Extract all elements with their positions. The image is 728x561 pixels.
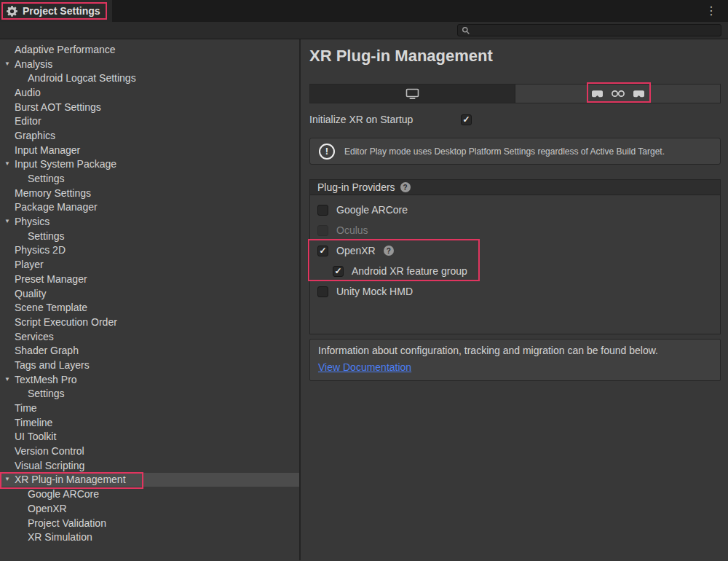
foldout-open-icon[interactable]: ▼ <box>4 60 10 66</box>
provider-row-unity-mock-hmd: Unity Mock HMD <box>310 281 720 302</box>
provider-label: OpenXR <box>336 245 376 256</box>
sidebar-item-label: Settings <box>28 173 65 184</box>
project-settings-window: Project Settings ⋮ Adaptive Performance▼… <box>0 0 728 561</box>
foldout-open-icon[interactable]: ▼ <box>4 161 10 167</box>
documentation-info-text: Information about configuration, trackin… <box>318 345 712 356</box>
sidebar-item-package-manager[interactable]: Package Manager <box>0 200 299 215</box>
sidebar-item-label: Settings <box>28 230 65 242</box>
sidebar-item-adaptive-performance[interactable]: Adaptive Performance <box>0 42 299 57</box>
sidebar-item-xr-simulation[interactable]: XR Simulation <box>0 530 299 544</box>
search-box[interactable] <box>457 24 721 36</box>
tab-android-xr-platform[interactable] <box>515 85 720 103</box>
foldout-open-icon[interactable]: ▼ <box>4 476 10 482</box>
provider-list: Google ARCoreOculus✓OpenXR?✓Android XR f… <box>310 195 720 334</box>
sidebar-item-label: Graphics <box>15 130 55 141</box>
documentation-helpbox: Information about configuration, trackin… <box>309 339 721 381</box>
sidebar-item-quality[interactable]: Quality <box>0 286 299 301</box>
view-documentation-link[interactable]: View Documentation <box>318 361 411 373</box>
sidebar-item-label: Audio <box>15 87 41 98</box>
search-input[interactable] <box>474 25 717 36</box>
sidebar-item-memory-settings[interactable]: Memory Settings <box>0 186 299 200</box>
help-icon[interactable]: ? <box>400 182 411 192</box>
initialize-xr-checkbox[interactable]: ✓ <box>461 114 472 125</box>
sidebar-item-input-manager[interactable]: Input Manager <box>0 143 299 157</box>
provider-label: Android XR feature group <box>352 265 467 277</box>
sidebar-item-label: Visual Scripting <box>15 460 84 471</box>
xr-glasses-icon <box>611 89 625 98</box>
page-title: XR Plug-in Management <box>309 47 721 66</box>
sidebar-item-label: Adaptive Performance <box>15 44 116 55</box>
sidebar-item-openxr[interactable]: OpenXR <box>0 501 299 516</box>
sidebar-item-textmesh-pro[interactable]: ▼TextMesh Pro <box>0 372 299 387</box>
kebab-menu-icon[interactable]: ⋮ <box>703 5 719 17</box>
provider-row-openxr: ✓OpenXR? <box>310 240 720 261</box>
sidebar-item-physics[interactable]: ▼Physics <box>0 214 299 229</box>
sidebar-item-graphics[interactable]: Graphics <box>0 128 299 143</box>
sidebar-item-label: Shader Graph <box>15 345 79 356</box>
sidebar-item-ui-toolkit[interactable]: UI Toolkit <box>0 430 299 444</box>
sidebar-item-label: Input Manager <box>15 144 80 156</box>
sidebar-item-label: Version Control <box>15 445 84 457</box>
tab-desktop-platform[interactable] <box>310 85 515 103</box>
vr-headset-icon <box>591 90 604 98</box>
sidebar-item-timeline[interactable]: Timeline <box>0 415 299 430</box>
sidebar-item-label: Input System Package <box>15 158 116 170</box>
sidebar-item-label: Script Execution Order <box>15 316 117 328</box>
sidebar-item-time[interactable]: Time <box>0 401 299 415</box>
sidebar-item-script-execution-order[interactable]: Script Execution Order <box>0 315 299 329</box>
provider-label: Oculus <box>336 224 368 236</box>
foldout-open-icon[interactable]: ▼ <box>4 376 10 382</box>
sidebar-item-label: Tags and Layers <box>15 359 90 371</box>
sidebar-item-preset-manager[interactable]: Preset Manager <box>0 272 299 286</box>
sidebar-item-burst-aot-settings[interactable]: Burst AOT Settings <box>0 100 299 114</box>
sidebar-item-input-system-package[interactable]: ▼Input System Package <box>0 157 299 172</box>
project-settings-tab[interactable]: Project Settings <box>0 0 112 22</box>
plugin-providers-header: Plug-in Providers ? <box>310 180 720 195</box>
foldout-open-icon[interactable]: ▼ <box>4 219 10 224</box>
sidebar-item-scene-template[interactable]: Scene Template <box>0 300 299 315</box>
openxr-checkbox[interactable]: ✓ <box>317 246 328 256</box>
sidebar-item-label: Burst AOT Settings <box>15 101 101 113</box>
sidebar-item-label: TextMesh Pro <box>15 374 77 385</box>
initialize-xr-label: Initialize XR on Startup <box>309 114 461 125</box>
unity-mock-hmd-checkbox[interactable] <box>317 286 328 297</box>
sidebar-item-settings[interactable]: Settings <box>0 229 299 243</box>
sidebar-item-version-control[interactable]: Version Control <box>0 444 299 458</box>
sidebar-item-shader-graph[interactable]: Shader Graph <box>0 343 299 358</box>
sidebar-item-services[interactable]: Services <box>0 329 299 344</box>
sidebar-item-label: Time <box>15 402 37 414</box>
sidebar-item-settings[interactable]: Settings <box>0 171 299 186</box>
sidebar-item-player[interactable]: Player <box>0 257 299 272</box>
sidebar-item-label: Physics 2D <box>15 244 66 256</box>
sidebar-item-android-logcat-settings[interactable]: Android Logcat Settings <box>0 71 299 85</box>
sidebar-item-label: Scene Template <box>15 302 87 313</box>
sidebar-item-label: Google ARCore <box>28 488 99 500</box>
gear-icon <box>7 6 17 17</box>
sidebar-item-google-arcore[interactable]: Google ARCore <box>0 487 299 501</box>
sidebar-item-physics-2d[interactable]: Physics 2D <box>0 243 299 258</box>
sidebar-item-label: Quality <box>15 288 47 299</box>
sidebar-item-visual-scripting[interactable]: Visual Scripting <box>0 458 299 473</box>
sidebar-item-settings[interactable]: Settings <box>0 387 299 401</box>
sidebar-item-label: Settings <box>28 388 65 399</box>
sidebar-item-xr-plug-in-management[interactable]: ▼XR Plug-in Management <box>0 473 299 487</box>
sidebar-item-label: Services <box>15 331 54 342</box>
plugin-providers-section: Plug-in Providers ? Google ARCoreOculus✓… <box>309 179 721 334</box>
sidebar-item-analysis[interactable]: ▼Analysis <box>0 57 299 71</box>
window-titlebar: Project Settings ⋮ <box>0 0 728 22</box>
desktop-monitor-icon <box>405 87 419 100</box>
android-xr-feature-group-checkbox[interactable]: ✓ <box>333 266 344 277</box>
content-area: Adaptive Performance▼AnalysisAndroid Log… <box>0 39 728 560</box>
sidebar-item-editor[interactable]: Editor <box>0 114 299 128</box>
search-toolbar <box>0 22 728 39</box>
sidebar-item-label: Project Validation <box>28 517 106 529</box>
provider-row-google-arcore: Google ARCore <box>310 200 720 220</box>
initialize-xr-row: Initialize XR on Startup ✓ <box>309 113 721 126</box>
sidebar-item-tags-and-layers[interactable]: Tags and Layers <box>0 358 299 372</box>
help-icon[interactable]: ? <box>384 246 394 256</box>
sidebar-item-project-validation[interactable]: Project Validation <box>0 516 299 530</box>
sidebar-item-label: Preset Manager <box>15 273 87 285</box>
sidebar-item-audio[interactable]: Audio <box>0 85 299 100</box>
plugin-providers-title: Plug-in Providers <box>317 181 395 193</box>
google-arcore-checkbox[interactable] <box>317 205 328 216</box>
